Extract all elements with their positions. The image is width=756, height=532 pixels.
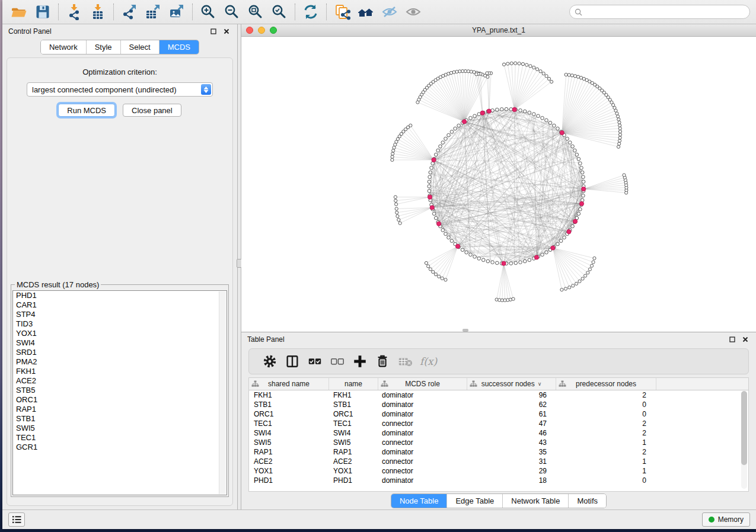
table-toolbar: f(x): [248, 348, 749, 374]
mcds-node-item[interactable]: ORC1: [13, 395, 227, 405]
delete-table-button[interactable]: [394, 351, 416, 372]
network-graph[interactable]: [241, 37, 756, 332]
mcds-node-item[interactable]: SWI4: [13, 338, 227, 348]
show-hidden-button[interactable]: [401, 2, 425, 22]
refresh-button[interactable]: [299, 2, 323, 22]
columns-icon: [285, 354, 300, 369]
canvas-hscroll-thumb[interactable]: [462, 329, 468, 332]
columns-button[interactable]: [281, 351, 304, 372]
close-table-panel-button[interactable]: [741, 335, 750, 344]
table-panel: Table Panel f(x) shared namenameMCDS rol…: [241, 332, 756, 509]
zoom-out-icon: [224, 4, 240, 20]
search-input[interactable]: [585, 7, 745, 17]
zoom-out-button[interactable]: [220, 2, 244, 22]
search-box[interactable]: [569, 5, 750, 19]
tab-network[interactable]: Network: [41, 40, 86, 54]
import-network-button[interactable]: [62, 2, 86, 22]
network-window-titlebar[interactable]: YPA_prune.txt_1: [241, 24, 756, 37]
show-hidden-icon: [405, 4, 422, 20]
mcds-node-item[interactable]: TEC1: [13, 433, 227, 443]
close-panel-button[interactable]: [222, 27, 231, 36]
sitemap-icon: [251, 380, 259, 387]
mcds-node-item[interactable]: SWI5: [13, 424, 227, 433]
sitemap-icon: [381, 380, 388, 387]
mcds-node-item[interactable]: FKH1: [13, 367, 227, 376]
column-header-name[interactable]: name: [329, 378, 378, 390]
mcds-result-title: MCDS result (17 nodes): [15, 280, 101, 289]
select-all-button[interactable]: [304, 351, 326, 372]
mcds-panel: Optimization criterion: largest connecte…: [7, 57, 233, 506]
mcds-node-item[interactable]: STB1: [13, 414, 227, 424]
list-scrollbar[interactable]: [219, 291, 226, 494]
table-tab-network-table[interactable]: Network Table: [502, 494, 568, 508]
column-header-shared-name[interactable]: shared name: [249, 378, 329, 390]
table-row[interactable]: PHD1PHD1dominator180: [249, 476, 748, 485]
table-row[interactable]: STB1STB1dominator620: [249, 400, 748, 409]
function-builder-button[interactable]: f(x): [420, 355, 437, 367]
deselect-all-button[interactable]: [326, 351, 349, 372]
delete-row-button[interactable]: [371, 351, 394, 372]
float-table-panel-button[interactable]: [728, 335, 737, 344]
mcds-node-item[interactable]: SRD1: [13, 348, 227, 357]
mcds-node-item[interactable]: TID3: [13, 319, 227, 329]
toolbar-separator: [58, 4, 59, 20]
mcds-node-item[interactable]: PMA2: [13, 357, 227, 367]
export-image-button[interactable]: [165, 2, 189, 22]
column-header-successor-nodes[interactable]: successor nodes∨: [467, 378, 556, 390]
control-panel-header: Control Panel: [2, 24, 237, 39]
table-row[interactable]: SWI4SWI4dominator462: [249, 428, 748, 438]
mcds-result-list[interactable]: PHD1CAR1STP4TID3YOX1SWI4SRD1PMA2FKH1ACE2…: [12, 290, 227, 495]
column-header-predecessor-nodes[interactable]: predecessor nodes: [556, 378, 656, 390]
close-panel-button-2[interactable]: Close panel: [123, 104, 181, 117]
tab-mcds[interactable]: MCDS: [159, 40, 199, 54]
memory-button[interactable]: Memory: [702, 512, 750, 527]
criterion-value: largest connected component (undirected): [27, 85, 201, 94]
table-row[interactable]: FKH1FKH1dominator962: [249, 390, 748, 400]
table-tab-motifs[interactable]: Motifs: [568, 494, 606, 508]
delete-row-icon: [375, 354, 390, 369]
save-button[interactable]: [31, 2, 55, 22]
table-row[interactable]: YOX1YOX1connector291: [249, 466, 748, 476]
duplicate-network-button[interactable]: [330, 2, 354, 22]
table-row[interactable]: SWI5SWI5connector431: [249, 438, 748, 447]
table-tab-edge-table[interactable]: Edge Table: [446, 494, 502, 508]
task-history-button[interactable]: [8, 512, 25, 527]
criterion-dropdown[interactable]: largest connected component (undirected): [27, 82, 213, 97]
first-neighbors-button[interactable]: [354, 2, 378, 22]
gear-button[interactable]: [259, 351, 281, 372]
run-mcds-button[interactable]: Run MCDS: [58, 104, 115, 117]
control-panel-title: Control Panel: [8, 27, 52, 36]
table-scrollbar-thumb[interactable]: [741, 391, 747, 465]
table-scrollbar[interactable]: [741, 391, 747, 489]
main-toolbar: [2, 0, 756, 24]
float-panel-button[interactable]: [209, 27, 218, 36]
zoom-in-button[interactable]: [196, 2, 220, 22]
table-row[interactable]: ORC1ORC1dominator610: [249, 409, 748, 419]
panel-splitter[interactable]: [237, 24, 241, 509]
add-row-button[interactable]: [349, 351, 371, 372]
mcds-node-item[interactable]: STB5: [13, 386, 227, 395]
network-canvas[interactable]: [241, 37, 756, 332]
table-row[interactable]: TEC1TEC1connector472: [249, 419, 748, 428]
open-folder-button[interactable]: [7, 2, 31, 22]
hide-selected-button[interactable]: [378, 2, 401, 22]
mcds-node-item[interactable]: CAR1: [13, 300, 227, 310]
mcds-node-item[interactable]: YOX1: [13, 329, 227, 338]
export-network-button[interactable]: [117, 2, 141, 22]
tab-style[interactable]: Style: [86, 40, 120, 54]
mcds-node-item[interactable]: ACE2: [13, 376, 227, 386]
table-row[interactable]: RAP1RAP1dominator352: [249, 447, 748, 457]
mcds-node-item[interactable]: STP4: [13, 310, 227, 319]
zoom-selected-button[interactable]: [267, 2, 291, 22]
table-row[interactable]: ACE2ACE2connector311: [249, 457, 748, 466]
table-tab-node-table[interactable]: Node Table: [391, 494, 447, 508]
mcds-node-item[interactable]: RAP1: [13, 405, 227, 414]
network-window-title: YPA_prune.txt_1: [241, 26, 756, 34]
export-table-button[interactable]: [141, 2, 165, 22]
column-header-MCDS-role[interactable]: MCDS role: [378, 378, 467, 390]
mcds-node-item[interactable]: GCR1: [13, 443, 227, 452]
import-table-button[interactable]: [86, 2, 110, 22]
tab-select[interactable]: Select: [120, 40, 159, 54]
mcds-node-item[interactable]: PHD1: [13, 291, 227, 300]
zoom-fit-button[interactable]: [244, 2, 267, 22]
